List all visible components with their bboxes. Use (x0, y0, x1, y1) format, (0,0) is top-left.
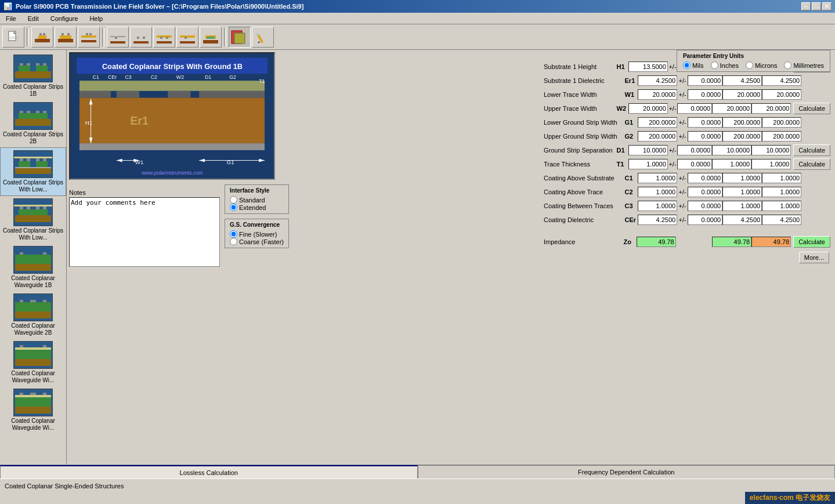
sidebar-item-6[interactable]: Coated Coplanar Waveguide Wi... (0, 339, 66, 386)
param-value-9[interactable] (638, 187, 677, 197)
menu-configure[interactable]: Configure (47, 14, 82, 23)
param-value-8[interactable] (638, 173, 677, 183)
param-tol-11[interactable] (688, 215, 722, 225)
units-millimetres-radio[interactable]: Millimetres (784, 61, 824, 69)
param-max-4[interactable] (762, 117, 801, 128)
param-symbol-3: W2 (617, 105, 628, 112)
param-calc-btn-3[interactable]: Calculate (793, 103, 830, 114)
param-value-1[interactable] (638, 75, 677, 86)
param-tol-7[interactable] (677, 159, 712, 169)
impedance-max[interactable] (751, 237, 791, 247)
sidebar-item-2[interactable]: Coated Coplanar Strips With Low... (0, 147, 66, 196)
param-min-3[interactable] (712, 103, 751, 114)
toolbar-new-btn[interactable]: Q512 (2, 27, 24, 48)
param-tol-1[interactable] (688, 75, 722, 86)
convergence-fine-input[interactable] (230, 230, 237, 238)
convergence-coarse-radio[interactable]: Coarse (Faster) (230, 238, 284, 245)
units-millimetres-input[interactable] (784, 61, 791, 69)
menu-edit[interactable]: Edit (24, 14, 42, 23)
toolbar-type5-btn[interactable] (130, 27, 152, 48)
param-min-2[interactable] (722, 89, 762, 100)
param-min-1[interactable] (722, 75, 762, 86)
convergence-coarse-input[interactable] (230, 238, 237, 245)
param-tol-9[interactable] (688, 187, 722, 197)
toolbar-type2-btn[interactable] (55, 27, 77, 48)
param-tol-6[interactable] (677, 145, 712, 155)
param-min-8[interactable] (722, 173, 762, 183)
param-max-1[interactable] (762, 75, 801, 86)
param-tol-5[interactable] (688, 131, 722, 142)
param-max-5[interactable] (762, 131, 801, 142)
toolbar-type7-btn[interactable] (176, 27, 198, 48)
param-tol-4[interactable] (688, 117, 722, 128)
units-inches-input[interactable] (711, 61, 718, 69)
toolbar-pencil-btn[interactable] (252, 27, 274, 48)
units-mils-input[interactable] (683, 61, 691, 69)
param-tol-8[interactable] (688, 173, 722, 183)
units-microns-radio[interactable]: Microns (746, 61, 778, 69)
sidebar-item-7[interactable]: Coated Coplanar Waveguide Wi... (0, 386, 66, 434)
param-value-11[interactable] (638, 215, 677, 225)
param-value-4[interactable] (638, 117, 677, 128)
param-value-5[interactable] (638, 131, 677, 142)
param-max-8[interactable] (762, 173, 801, 183)
toolbar-active-btn[interactable] (229, 27, 251, 48)
param-value-10[interactable] (638, 201, 677, 211)
param-max-3[interactable] (751, 103, 791, 114)
toolbar-type6-btn[interactable] (153, 27, 175, 48)
toolbar-type8-btn[interactable] (200, 27, 222, 48)
sidebar-item-4[interactable]: Coated Coplanar Waveguide 1B (0, 244, 66, 291)
interface-extended-input[interactable] (230, 204, 237, 211)
param-value-6[interactable] (628, 145, 668, 155)
sidebar-item-5[interactable]: Coated Coplanar Waveguide 2B (0, 291, 66, 339)
more-button[interactable]: More... (799, 252, 829, 263)
close-button[interactable]: ✕ (822, 2, 832, 10)
interface-extended-radio[interactable]: Extended (230, 204, 284, 211)
param-value-7[interactable] (628, 159, 668, 169)
param-calc-btn-7[interactable]: Calculate (793, 158, 830, 170)
svg-rect-107 (79, 98, 265, 144)
toolbar-type1-btn[interactable] (31, 27, 53, 48)
param-min-10[interactable] (722, 201, 762, 211)
sidebar-item-0[interactable]: Coated Coplanar Strips 1B (0, 52, 66, 100)
tab-lossless[interactable]: Lossless Calculation (0, 465, 418, 478)
impedance-value[interactable] (637, 237, 676, 247)
units-inches-radio[interactable]: Inches (711, 61, 739, 69)
param-value-3[interactable] (628, 103, 668, 114)
interface-standard-input[interactable] (230, 196, 237, 204)
menu-file[interactable]: File (2, 14, 20, 23)
toolbar-type3-btn[interactable] (78, 27, 100, 48)
param-value-2[interactable] (638, 89, 677, 100)
sidebar-item-3[interactable]: Coated Coplanar Strips With Low... (0, 196, 66, 244)
units-mils-radio[interactable]: Mils (683, 61, 704, 69)
param-tol-10[interactable] (688, 201, 722, 211)
param-value-0[interactable] (628, 61, 668, 72)
param-max-6[interactable] (751, 145, 791, 155)
param-max-7[interactable] (751, 159, 791, 169)
param-min-4[interactable] (722, 117, 762, 128)
param-max-9[interactable] (762, 187, 801, 197)
impedance-calc-button[interactable]: Calculate (793, 236, 830, 248)
param-min-5[interactable] (722, 131, 762, 142)
tab-frequency[interactable]: Frequency Dependent Calculation (418, 465, 836, 478)
param-max-10[interactable] (762, 201, 801, 211)
units-microns-input[interactable] (746, 61, 753, 69)
param-tol-2[interactable] (688, 89, 722, 100)
param-min-9[interactable] (722, 187, 762, 197)
impedance-min[interactable] (712, 237, 751, 247)
param-calc-btn-6[interactable]: Calculate (793, 144, 830, 156)
param-min-7[interactable] (712, 159, 751, 169)
convergence-fine-radio[interactable]: Fine (Slower) (230, 230, 284, 238)
sidebar-item-1[interactable]: Coated Coplanar Strips 2B (0, 100, 66, 147)
minimize-button[interactable]: – (801, 2, 811, 10)
param-min-6[interactable] (712, 145, 751, 155)
param-min-11[interactable] (722, 215, 762, 225)
interface-standard-radio[interactable]: Standard (230, 196, 284, 204)
notes-textarea[interactable] (69, 197, 220, 267)
menu-help[interactable]: Help (86, 14, 106, 23)
param-max-2[interactable] (762, 89, 801, 100)
toolbar-type4-btn[interactable] (107, 27, 129, 48)
param-max-11[interactable] (762, 215, 801, 225)
maximize-button[interactable]: □ (812, 2, 821, 10)
param-tol-3[interactable] (677, 103, 712, 114)
